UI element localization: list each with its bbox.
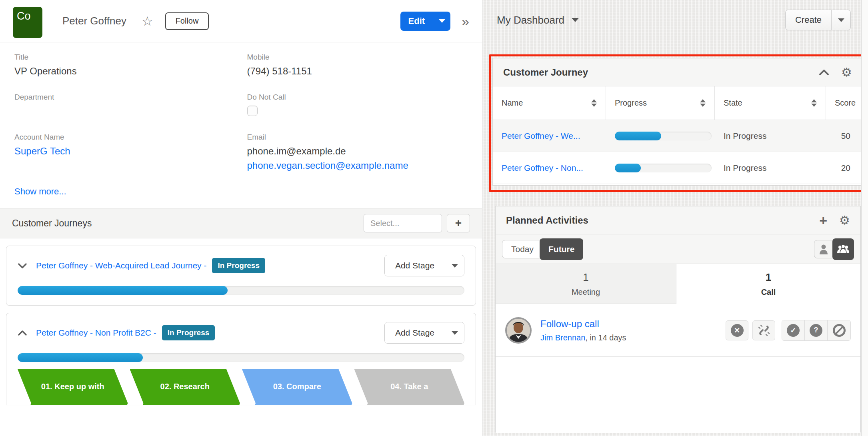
state-value: In Progress bbox=[715, 163, 826, 173]
record-fields: Title VP Operations Mobile (794) 518-115… bbox=[0, 42, 482, 186]
dashboard-header: My Dashboard Create bbox=[482, 0, 861, 40]
stage-chevron[interactable]: 01. Keep up with bbox=[18, 369, 128, 405]
collapse-icon[interactable] bbox=[819, 69, 829, 76]
today-filter-button[interactable]: Today bbox=[502, 240, 543, 258]
account-link[interactable]: SuperG Tech bbox=[14, 146, 235, 157]
row-progress-bar bbox=[615, 164, 712, 172]
time-filter-toggle: Today Future bbox=[502, 238, 583, 260]
sort-icon bbox=[700, 99, 706, 107]
add-journey-button[interactable]: + bbox=[447, 214, 470, 232]
sort-icon bbox=[811, 99, 817, 107]
journey-progress-bar bbox=[18, 353, 464, 362]
create-dropdown-button[interactable] bbox=[831, 10, 850, 30]
unlink-icon bbox=[758, 324, 770, 336]
owner-view-toggle bbox=[814, 238, 854, 260]
activity-link[interactable]: Follow-up call bbox=[540, 318, 626, 330]
chevron-down-icon[interactable] bbox=[18, 263, 27, 269]
tab-meeting[interactable]: 1 Meeting bbox=[496, 264, 676, 304]
gear-icon[interactable]: ⚙ bbox=[841, 66, 852, 78]
score-value: 50 bbox=[826, 131, 862, 141]
journey-progress-fill bbox=[18, 286, 228, 295]
field-label: Email bbox=[247, 133, 468, 142]
chevron-down-icon bbox=[452, 264, 458, 268]
journey-stages: 01. Keep up with 02. Research 03. Compar… bbox=[18, 369, 464, 405]
row-progress-fill bbox=[615, 164, 641, 172]
highlight-box: Customer Journey ⚙ Name Progress bbox=[489, 54, 866, 192]
scrollbar[interactable] bbox=[861, 0, 868, 436]
field-label: Do Not Call bbox=[247, 93, 468, 102]
add-stage-split-button: Add Stage bbox=[384, 322, 464, 344]
gear-icon[interactable]: ⚙ bbox=[839, 214, 850, 226]
status-badge: In Progress bbox=[162, 325, 215, 340]
dashlet-header: Planned Activities + ⚙ bbox=[496, 206, 860, 234]
chevron-down-icon bbox=[439, 19, 445, 23]
journey-link[interactable]: Peter Goffney - Non Profit B2C - bbox=[36, 328, 156, 338]
add-activity-icon[interactable]: + bbox=[819, 214, 827, 227]
activities-toolbar: Today Future bbox=[496, 234, 860, 264]
journey-link[interactable]: Peter Goffney - Web-Acquired Lead Journe… bbox=[36, 261, 206, 270]
add-stage-button[interactable]: Add Stage bbox=[385, 322, 445, 343]
column-header-name[interactable]: Name bbox=[493, 86, 606, 120]
create-button[interactable]: Create bbox=[786, 10, 831, 30]
edit-button[interactable]: Edit bbox=[400, 12, 433, 31]
group-users-icon[interactable] bbox=[832, 238, 854, 260]
journey-progress-bar bbox=[18, 286, 464, 295]
column-header-progress[interactable]: Progress bbox=[606, 86, 715, 120]
record-name: Peter Goffney bbox=[62, 15, 126, 27]
contact-link[interactable]: Jim Brennan bbox=[540, 333, 585, 342]
field-email: Email phone.im@example.de phone.vegan.se… bbox=[247, 133, 468, 171]
customer-journey-dashlet: Customer Journey ⚙ Name Progress bbox=[492, 58, 863, 186]
do-not-call-checkbox[interactable] bbox=[247, 106, 258, 116]
column-header-state[interactable]: State bbox=[715, 86, 826, 120]
field-account-name: Account Name SuperG Tech bbox=[14, 133, 235, 171]
chevron-up-icon[interactable] bbox=[18, 330, 27, 336]
dashboard-dropdown-icon[interactable] bbox=[572, 18, 579, 22]
decline-button[interactable] bbox=[828, 320, 850, 340]
future-filter-button[interactable]: Future bbox=[540, 238, 583, 260]
edit-dropdown-button[interactable] bbox=[433, 12, 450, 31]
field-mobile: Mobile (794) 518-1151 bbox=[247, 53, 468, 78]
planned-activities-dashlet: Planned Activities + ⚙ Today Future bbox=[495, 206, 861, 432]
stage-chevron[interactable]: 04. Take a bbox=[354, 369, 465, 405]
email-link[interactable]: phone.vegan.section@example.name bbox=[247, 160, 468, 171]
field-department: Department bbox=[14, 93, 235, 118]
close-activity-button[interactable]: ✕ bbox=[726, 320, 748, 340]
column-label: Name bbox=[502, 98, 523, 108]
row-progress-fill bbox=[615, 132, 661, 140]
field-value: (794) 518-1151 bbox=[247, 66, 468, 77]
field-label: Account Name bbox=[14, 133, 235, 142]
field-do-not-call: Do Not Call bbox=[247, 93, 468, 118]
journey-row-link[interactable]: Peter Goffney - We... bbox=[502, 131, 580, 140]
table-header-row: Name Progress State Score bbox=[493, 86, 862, 120]
journey-row-link[interactable]: Peter Goffney - Non... bbox=[502, 163, 583, 172]
table-row: Peter Goffney - We... In Progress 50 bbox=[493, 120, 862, 152]
add-stage-split-button: Add Stage bbox=[384, 255, 464, 276]
dashlet-title: Planned Activities bbox=[506, 215, 588, 226]
add-stage-button[interactable]: Add Stage bbox=[385, 255, 445, 276]
column-header-score[interactable]: Score bbox=[826, 86, 863, 120]
add-stage-dropdown-button[interactable] bbox=[445, 255, 464, 276]
column-label: Progress bbox=[615, 98, 647, 108]
show-more-link[interactable]: Show more... bbox=[0, 186, 81, 208]
record-avatar: Co bbox=[13, 7, 42, 38]
stage-chevron[interactable]: 03. Compare bbox=[242, 369, 352, 405]
dashlet-header: Customer Journey ⚙ bbox=[493, 58, 862, 86]
stage-chevron[interactable]: 02. Research bbox=[130, 369, 240, 405]
accept-button[interactable]: ✓ bbox=[782, 320, 805, 340]
more-actions-icon[interactable]: » bbox=[462, 14, 469, 28]
follow-button[interactable]: Follow bbox=[165, 12, 209, 30]
x-circle-icon: ✕ bbox=[731, 324, 744, 337]
column-label: Score bbox=[835, 98, 856, 108]
chevron-down-icon bbox=[838, 18, 844, 22]
edit-split-button: Edit bbox=[400, 12, 451, 31]
tentative-button[interactable]: ? bbox=[805, 320, 828, 340]
journey-select-input[interactable]: Select... bbox=[364, 214, 442, 232]
tab-count: 1 bbox=[583, 271, 588, 284]
favorite-star-icon[interactable]: ☆ bbox=[142, 15, 153, 28]
unlink-button[interactable] bbox=[752, 320, 775, 340]
single-user-icon[interactable] bbox=[814, 240, 833, 258]
add-stage-dropdown-button[interactable] bbox=[445, 322, 464, 343]
tab-call[interactable]: 1 Call bbox=[676, 264, 860, 304]
activity-row: Follow-up call Jim Brennan, in 14 days ✕ bbox=[496, 304, 860, 357]
dashlet-empty-area bbox=[496, 357, 860, 433]
